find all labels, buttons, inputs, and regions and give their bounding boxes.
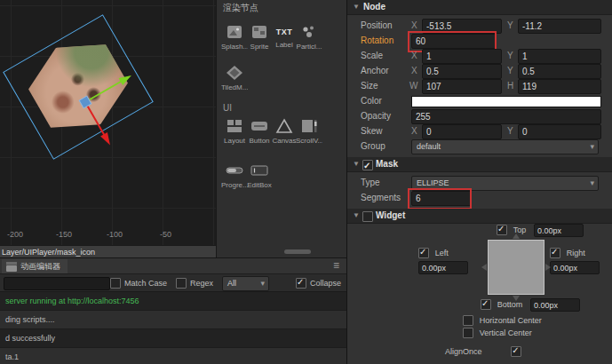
widget-top-input[interactable] <box>534 224 584 237</box>
group-dropdown[interactable]: default <box>411 139 599 154</box>
match-case-checkbox[interactable] <box>110 278 121 289</box>
widget-bottom-input[interactable] <box>530 298 580 312</box>
gizmo-center-handle[interactable] <box>79 96 91 108</box>
tab-label: 动画编辑器 <box>20 261 60 273</box>
size-w-input[interactable] <box>422 79 502 94</box>
position-x-input[interactable] <box>422 19 502 34</box>
create-item-editbox[interactable]: EditBox <box>246 162 273 189</box>
rotation-label: Rotation <box>361 36 393 45</box>
create-item-label: EditBox <box>246 181 273 189</box>
collapse-arrow-icon[interactable] <box>353 157 360 171</box>
position-row: Position X Y <box>347 19 612 32</box>
widget-section-header[interactable]: Widget <box>347 209 612 224</box>
color-swatch[interactable] <box>411 96 601 107</box>
widget-top-checkbox[interactable] <box>497 225 507 235</box>
x-axis-arrowhead[interactable] <box>100 132 114 147</box>
y-axis-arrow[interactable] <box>88 82 121 101</box>
x-axis-arrow[interactable] <box>87 105 105 135</box>
log-line[interactable]: d successfully <box>0 329 346 348</box>
size-h-input[interactable] <box>518 79 601 94</box>
sprite-icon <box>250 23 269 41</box>
y-axis-label: Y <box>507 66 513 75</box>
console-search-input[interactable] <box>4 277 110 290</box>
widget-section-title: Widget <box>376 209 405 223</box>
horizontal-scrollbar[interactable] <box>219 249 346 255</box>
vertical-center-checkbox[interactable] <box>463 328 473 338</box>
widget-left-align[interactable]: Left <box>418 248 449 258</box>
log-filter-dropdown[interactable]: All <box>222 276 269 291</box>
scale-y-input[interactable] <box>518 49 601 64</box>
log-line[interactable]: ding scripts.... <box>0 311 346 329</box>
skew-y-input[interactable] <box>518 124 601 139</box>
log-line[interactable]: ta.1 <box>0 348 346 364</box>
collapse-option[interactable]: Collapse <box>296 278 341 289</box>
scrollbar-thumb[interactable] <box>284 249 311 254</box>
ruler-label: -200 <box>7 230 23 239</box>
y-axis-arrowhead[interactable] <box>119 72 134 85</box>
x-axis-label: X <box>411 66 417 75</box>
collapse-checkbox[interactable] <box>296 278 306 289</box>
create-item-tiledmap[interactable]: TiledM... <box>221 64 248 91</box>
log-line[interactable]: server running at http://localhost:7456 <box>0 292 346 311</box>
scale-x-input[interactable] <box>422 49 502 64</box>
mask-type-dropdown[interactable]: ELLIPSE <box>411 176 599 191</box>
color-row: Color <box>347 94 612 107</box>
panel-menu-icon[interactable] <box>333 258 339 273</box>
mask-section-header[interactable]: Mask <box>347 157 612 172</box>
create-item-button[interactable]: Button <box>246 117 273 145</box>
align-once-option[interactable]: AlignOnce <box>445 346 521 357</box>
widget-left-checkbox[interactable] <box>418 248 429 258</box>
position-y-input[interactable] <box>518 19 601 34</box>
create-item-label: Layout <box>221 137 248 145</box>
opacity-input[interactable] <box>411 109 601 124</box>
regex-label: Regex <box>190 279 213 288</box>
create-item-label: Particl... <box>296 43 322 51</box>
widget-right-align[interactable]: Right <box>550 248 585 258</box>
create-item-label-node[interactable]: TXT Label <box>271 23 298 49</box>
segments-input[interactable] <box>411 191 472 206</box>
anchor-y-input[interactable] <box>518 64 601 79</box>
h-axis-label: H <box>507 81 513 91</box>
create-item-layout[interactable]: Layout <box>221 117 248 145</box>
skew-x-input[interactable] <box>422 124 502 139</box>
create-item-scrollview[interactable]: ScrollV... <box>296 117 322 145</box>
animation-editor-icon <box>5 260 18 273</box>
tab-animation-editor[interactable]: 动画编辑器 <box>2 259 68 273</box>
group-value: default <box>417 142 441 151</box>
create-item-label: Canvas <box>271 137 298 145</box>
rotation-input[interactable] <box>411 34 497 49</box>
horizontal-center-checkbox[interactable] <box>463 315 473 326</box>
regex-option[interactable]: Regex <box>176 278 213 289</box>
collapse-arrow-icon[interactable] <box>353 0 360 14</box>
match-case-option[interactable]: Match Case <box>110 278 167 289</box>
scene-view[interactable]: -200 -150 -100 -50 <box>0 0 216 245</box>
vertical-center-option[interactable]: Vertical Center <box>463 328 532 338</box>
create-item-canvas[interactable]: Canvas <box>271 117 298 145</box>
widget-bottom-align[interactable]: Bottom <box>481 299 522 310</box>
transform-gizmo[interactable] <box>0 0 216 245</box>
x-axis-label: X <box>411 20 417 30</box>
widget-right-input[interactable] <box>550 261 600 274</box>
horizontal-center-option[interactable]: Horizontal Center <box>463 315 542 326</box>
breadcrumb[interactable]: Layer/UIPlayer/mask_icon <box>0 245 218 258</box>
widget-top-align[interactable]: Top <box>497 225 526 235</box>
regex-checkbox[interactable] <box>176 278 187 289</box>
create-item-particle[interactable]: Particl... <box>296 23 322 51</box>
create-item-sprite[interactable]: Sprite <box>246 23 273 51</box>
widget-right-checkbox[interactable] <box>550 248 560 258</box>
create-item-progressbar[interactable]: Progre... <box>221 162 248 189</box>
create-item-label: Progre... <box>221 181 248 189</box>
create-item-label: ScrollV... <box>296 137 322 145</box>
widget-bottom-checkbox[interactable] <box>481 299 491 310</box>
mask-enabled-checkbox[interactable] <box>362 160 373 170</box>
align-left-arrow-icon <box>481 264 487 271</box>
collapse-arrow-icon[interactable] <box>353 209 360 223</box>
horizontal-center-label: Horizontal Center <box>480 316 542 325</box>
widget-enabled-checkbox[interactable] <box>362 211 373 222</box>
node-section-header[interactable]: Node <box>347 0 612 15</box>
anchor-x-input[interactable] <box>422 64 502 79</box>
create-item-splash[interactable]: Splash... <box>221 23 248 51</box>
mask-section-title: Mask <box>376 157 398 171</box>
widget-left-input[interactable] <box>418 261 468 274</box>
align-once-checkbox[interactable] <box>511 346 521 357</box>
